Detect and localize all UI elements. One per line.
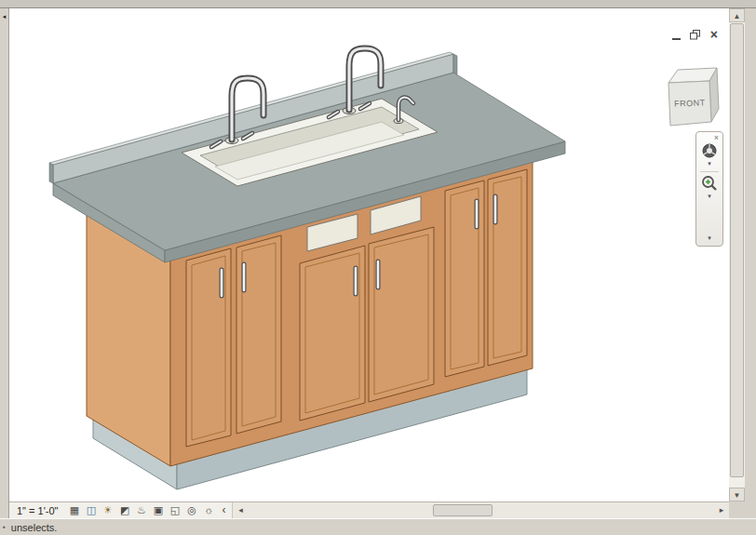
visual-style-icon[interactable]: ◫ [84, 503, 98, 517]
cabinet-door-left-2[interactable] [236, 235, 281, 434]
cabinet-door-left-1[interactable] [186, 248, 231, 447]
navbar-divider [700, 171, 719, 172]
view-bar-collapse-arrow-icon[interactable]: ‹ [222, 503, 225, 516]
backsplash-end-cap [453, 54, 457, 74]
navbar-expand-chevron-icon[interactable]: ▾ [708, 234, 711, 242]
crop-view-icon[interactable]: ▣ [151, 503, 165, 517]
view-control-bar: 1" = 1'-0" ▦ ◫ ☀ ◩ ♨ ▣ ◱ ◎ ☼ ‹ ◂ ▸ [9, 502, 729, 518]
door-slab [369, 227, 434, 402]
sink-cabinet-model[interactable] [49, 48, 565, 489]
view-window-controls: × [672, 28, 718, 41]
detail-level-icon[interactable]: ▦ [67, 503, 81, 517]
horizontal-scrollbar[interactable]: ◂ ▸ [232, 502, 729, 518]
3d-view-scene[interactable] [9, 8, 729, 502]
shadows-icon[interactable]: ◩ [117, 503, 131, 517]
scroll-up-arrow-icon[interactable]: ▲ [729, 8, 745, 22]
status-grip-icon: ▪ [3, 523, 6, 532]
cabinet-door-center-1[interactable] [300, 246, 365, 421]
backsplash-end-cap-left [49, 163, 53, 183]
window-frame-strip [0, 0, 756, 8]
drawing-area[interactable]: × FRONT × ▾ ▾ ▾ [9, 8, 729, 502]
scale-button[interactable]: 1" = 1'-0" [9, 505, 67, 516]
viewcube[interactable]: FRONT [655, 55, 726, 131]
door-slab [186, 248, 231, 447]
sun-path-icon[interactable]: ☀ [101, 503, 115, 517]
status-bar: ▪ unselects. [0, 518, 756, 535]
zoom-icon[interactable] [701, 175, 718, 192]
restore-icon[interactable] [690, 30, 701, 40]
vertical-scrollbar-thumb[interactable] [730, 23, 744, 477]
panel-collapse-arrow-icon[interactable]: ◂ [0, 13, 8, 20]
show-crop-region-icon[interactable]: ◱ [168, 503, 182, 517]
navigation-bar: × ▾ ▾ ▾ [695, 131, 723, 247]
show-rendering-icon[interactable]: ♨ [134, 503, 148, 517]
status-message: unselects. [11, 522, 58, 533]
navbar-close-icon[interactable]: × [714, 133, 719, 142]
view-control-icons: ▦ ◫ ☀ ◩ ♨ ▣ ◱ ◎ ☼ [67, 503, 215, 517]
scroll-right-arrow-icon[interactable]: ▸ [715, 502, 728, 518]
scroll-down-arrow-icon[interactable]: ▼ [729, 488, 745, 502]
zoom-options-chevron-icon[interactable]: ▾ [708, 193, 711, 200]
cabinet-door-right-1[interactable] [445, 181, 484, 377]
left-panel-edge: ◂ [0, 8, 9, 518]
cabinet-door-center-2[interactable] [369, 227, 434, 402]
vertical-scrollbar[interactable]: ▲ ▼ [729, 8, 745, 502]
close-icon[interactable]: × [710, 29, 718, 41]
reveal-hidden-icon[interactable]: ☼ [201, 503, 215, 517]
minimize-icon[interactable] [672, 38, 681, 40]
wheel-options-chevron-icon[interactable]: ▾ [708, 160, 711, 167]
horizontal-scrollbar-thumb[interactable] [433, 504, 493, 516]
steering-wheel-icon[interactable] [701, 142, 718, 159]
cabinet-door-right-2[interactable] [488, 169, 527, 366]
scroll-left-arrow-icon[interactable]: ◂ [234, 502, 247, 518]
temporary-hide-isolate-icon[interactable]: ◎ [184, 503, 198, 517]
viewcube-front-label: FRONT [674, 98, 706, 108]
